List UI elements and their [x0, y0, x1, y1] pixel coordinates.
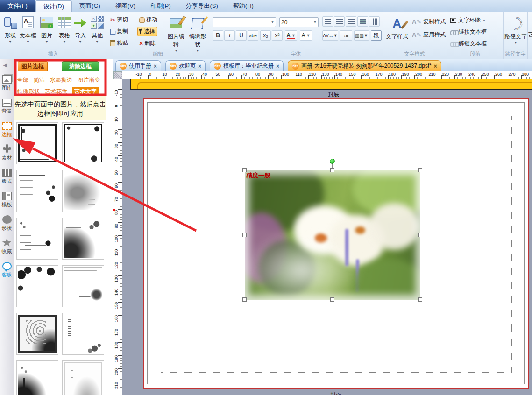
chevron-down-icon[interactable]: ▼	[333, 33, 338, 38]
dropdown-arrow-icon[interactable]: ▼	[71, 40, 90, 43]
insert-textbox-button[interactable]: A 文本框 ▼	[19, 14, 37, 43]
border-thumbnail[interactable]	[62, 170, 104, 212]
apply-style-button[interactable]: A✎ 应用样式	[412, 31, 446, 39]
resize-handle-nw[interactable]	[242, 168, 247, 172]
columns-button[interactable]: ▥▥▼	[354, 30, 369, 41]
border-thumbnail[interactable]	[16, 360, 58, 395]
text-wrap-button[interactable]: 文字环绕 ▼	[450, 16, 486, 24]
resize-handle-se[interactable]	[418, 297, 422, 302]
border-thumbnail[interactable]	[62, 313, 104, 355]
resize-handle-s[interactable]	[330, 297, 334, 302]
path-text-button[interactable]: abcabcabc 路径文字 ▼	[504, 15, 527, 44]
select-button[interactable]: 选择	[137, 27, 157, 36]
border-category-link[interactable]: 艺术花纹	[44, 87, 68, 97]
paste-button[interactable]: 粘贴	[108, 38, 130, 48]
chevron-down-icon[interactable]: ▼	[313, 21, 317, 24]
sidebar-item-shapeb[interactable]: 形状	[0, 212, 14, 235]
border-thumbnail[interactable]	[62, 265, 104, 307]
resize-handle-w[interactable]	[242, 233, 247, 237]
rotation-handle[interactable]	[330, 159, 335, 164]
subscript-button[interactable]: x₂	[260, 30, 271, 41]
font-color-button[interactable]: A ▼	[285, 30, 297, 41]
border-thumbnail[interactable]	[16, 218, 58, 260]
sidebar-item-gallery[interactable]: 图库	[0, 71, 14, 95]
underline-button[interactable]: U	[236, 30, 247, 41]
border-category-link[interactable]: 简洁	[33, 75, 45, 85]
sidebar-item-background[interactable]: 背景	[0, 95, 14, 118]
text-style-button[interactable]: A 文字样式	[384, 15, 410, 41]
highlight-color-button[interactable]: A ▼	[300, 30, 312, 41]
italic-button[interactable]: I	[224, 30, 235, 41]
dropdown-arrow-icon[interactable]: ▼	[19, 40, 37, 43]
border-category-link[interactable]: 水墨撕边	[50, 75, 73, 85]
clear-border-button[interactable]: 清除边框	[62, 61, 99, 71]
border-category-link[interactable]: 全部	[17, 75, 29, 85]
resize-handle-n[interactable]	[330, 168, 334, 172]
font-size-combobox[interactable]: 20 ▼	[279, 17, 319, 27]
border-thumbnail[interactable]	[62, 218, 104, 260]
insert-shape-button[interactable]: 形状 ▼	[1, 14, 20, 43]
insert-other-button[interactable]: 5✦ 其他 ▼	[88, 14, 106, 43]
document-tab[interactable]: DPS使用手册×	[115, 60, 161, 71]
border-thumbnail[interactable]	[16, 313, 58, 355]
chevron-down-icon[interactable]: ▼	[291, 33, 296, 38]
border-thumbnail[interactable]	[16, 265, 58, 307]
border-category-link[interactable]: 特殊形状	[17, 87, 40, 97]
picture-border-tab[interactable]: 图片边框	[18, 61, 48, 71]
border-category-link[interactable]: 图片渐变	[77, 75, 100, 85]
border-category-link[interactable]: 艺术文字	[72, 87, 99, 97]
chevron-down-icon[interactable]: ▼	[364, 33, 368, 38]
chevron-down-icon[interactable]: ▼	[306, 33, 311, 38]
file-menu-button[interactable]: 文件(F)	[0, 0, 35, 12]
sidebar-item-material[interactable]: 素材	[0, 141, 14, 165]
sidebar-item-layout[interactable]: 版式	[0, 165, 14, 188]
insert-picture-button[interactable]: 图片 ▼	[37, 14, 56, 43]
close-tab-icon[interactable]: ×	[434, 63, 437, 70]
dropdown-arrow-icon[interactable]: ▼	[88, 40, 106, 43]
sidebar-item-favorite[interactable]: 收藏	[0, 235, 14, 258]
letter-spacing-button[interactable]: AV↔▼	[322, 30, 338, 41]
link-textbox-button[interactable]: 链接文本框	[450, 28, 487, 36]
sidebar-item-template[interactable]: 模板	[0, 188, 14, 212]
resize-handle-e[interactable]	[418, 233, 422, 237]
chevron-down-icon[interactable]: ▼	[271, 21, 274, 24]
move-button[interactable]: 移动	[137, 15, 159, 25]
photo-object[interactable]: 精度一般	[245, 170, 420, 300]
art-text-button-partial[interactable]: 艺	[528, 31, 532, 39]
font-name-combobox[interactable]: ▼	[213, 17, 276, 27]
sidebar-item-border[interactable]: 边框	[0, 118, 14, 141]
menu-tab-share-export[interactable]: 分享导出(S)	[178, 0, 226, 12]
resize-handle-ne[interactable]	[418, 168, 422, 172]
menu-tab-design[interactable]: 设计(D)	[35, 0, 72, 12]
dropdown-arrow-icon[interactable]: ▼	[504, 41, 527, 44]
chevron-down-icon[interactable]: ▼	[482, 19, 486, 22]
superscript-button[interactable]: x²	[272, 30, 283, 41]
copy-button[interactable]: 复制	[108, 27, 130, 36]
dropdown-arrow-icon[interactable]: ▼	[37, 40, 56, 43]
resize-handle-sw[interactable]	[242, 297, 247, 302]
previous-page-bottom-edge[interactable]	[130, 79, 532, 90]
sidebar-item-support[interactable]: 客服	[0, 258, 14, 282]
line-spacing-button[interactable]: ↕≡	[340, 30, 352, 41]
menu-tab-view[interactable]: 视图(V)	[108, 0, 143, 12]
unlink-textbox-button[interactable]: 解链文本框	[450, 40, 487, 48]
menu-tab-print[interactable]: 印刷(P)	[143, 0, 178, 12]
document-tab[interactable]: DPS画册-大16开硬壳精装-匆匆那些年200529-1437.dpsf*×	[288, 60, 441, 71]
bold-button[interactable]: B	[213, 30, 223, 41]
close-tab-icon[interactable]: ×	[154, 63, 157, 70]
menu-tab-help[interactable]: 帮助(H)	[226, 0, 261, 12]
insert-import-button[interactable]: 导入 ▼	[71, 14, 90, 43]
collapse-panel-button[interactable]: ◀▏	[0, 59, 14, 71]
paragraph-settings-button[interactable]: 段	[371, 30, 382, 41]
delete-button[interactable]: × 删除	[137, 38, 157, 48]
align-right-button[interactable]	[346, 16, 356, 27]
close-tab-icon[interactable]: ×	[198, 63, 201, 70]
cut-button[interactable]: ✂ 剪切	[108, 15, 130, 25]
current-page[interactable]: 精度一般	[143, 98, 529, 389]
edit-shape-button[interactable]: 编辑形状 ▼	[187, 15, 208, 52]
border-thumbnail[interactable]	[62, 360, 104, 395]
align-left-button[interactable]	[322, 16, 333, 27]
copy-style-button[interactable]: A✎ 复制样式	[412, 18, 446, 26]
border-thumbnail[interactable]	[62, 122, 104, 164]
text-direction-button[interactable]	[369, 16, 380, 27]
